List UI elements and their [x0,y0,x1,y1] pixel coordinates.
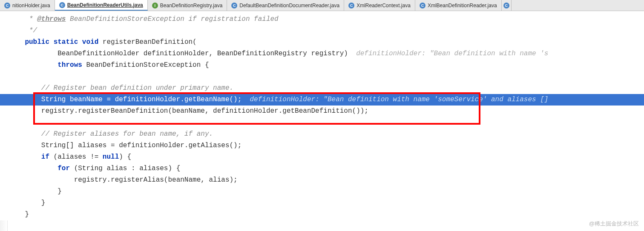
watermark-text: @稀土掘金技术社区 [589,220,639,228]
java-class-icon: C [348,3,354,9]
tab-file-3[interactable]: C DefaultBeanDefinitionDocumentReader.ja… [227,0,344,11]
code-line[interactable]: throws BeanDefinitionStoreException { [0,60,644,71]
java-class-icon: C [59,2,65,8]
code-line[interactable]: } [0,186,644,197]
tab-label: BeanDefinitionReaderUtils.java [67,2,143,8]
java-class-icon: C [4,3,10,9]
code-line-highlighted[interactable]: String beanName = definitionHolder.getBe… [0,94,644,106]
code-line[interactable]: // Register bean definition under primar… [0,83,644,94]
inline-hint: definitionHolder: "Bean definition with … [356,50,548,57]
java-class-icon: C [231,3,237,9]
tab-file-1[interactable]: C BeanDefinitionReaderUtils.java [55,0,148,11]
code-line[interactable]: * @throws BeanDefinitionStoreException i… [0,14,644,25]
tab-label: nitionHolder.java [12,3,50,9]
code-line[interactable]: } [0,209,644,220]
tab-file-5[interactable]: C XmlBeanDefinitionReader.java [415,0,502,11]
editor-tab-bar: C nitionHolder.java C BeanDefinitionRead… [0,0,644,11]
code-line[interactable]: String[] aliases = definitionHolder.getA… [0,140,644,151]
tab-label: DefaultBeanDefinitionDocumentReader.java [239,3,339,9]
code-line[interactable]: for (String alias : aliases) { [0,163,644,174]
java-class-icon: C [420,3,426,9]
code-line[interactable] [0,117,644,128]
code-line[interactable]: registry.registerBeanDefinition(beanName… [0,106,644,117]
tab-label: XmlBeanDefinitionReader.java [428,3,497,9]
code-line[interactable]: if (aliases != null) { [0,151,644,163]
java-interface-icon: I [152,3,158,9]
code-line[interactable]: public static void registerBeanDefinitio… [0,37,644,48]
tab-file-0[interactable]: C nitionHolder.java [0,0,55,11]
code-line[interactable]: */ [0,25,644,37]
code-line[interactable]: // Register aliases for bean name, if an… [0,128,644,140]
tab-label: XmlReaderContext.java [356,3,411,9]
code-editor[interactable]: * @throws BeanDefinitionStoreException i… [0,11,644,220]
inline-hint: definitionHolder: "Bean definition with … [250,96,549,103]
tab-file-4[interactable]: C XmlReaderContext.java [344,0,415,11]
tab-label: BeanDefinitionRegistry.java [160,3,223,9]
code-line[interactable]: registry.registerAlias(beanName, alias); [0,174,644,186]
tab-file-overflow[interactable]: C [502,0,512,11]
tab-file-2[interactable]: I BeanDefinitionRegistry.java [148,0,227,11]
code-line[interactable]: BeanDefinitionHolder definitionHolder, B… [0,48,644,60]
code-line[interactable]: } [0,197,644,209]
code-line[interactable] [0,71,644,83]
java-class-icon: C [503,3,509,9]
